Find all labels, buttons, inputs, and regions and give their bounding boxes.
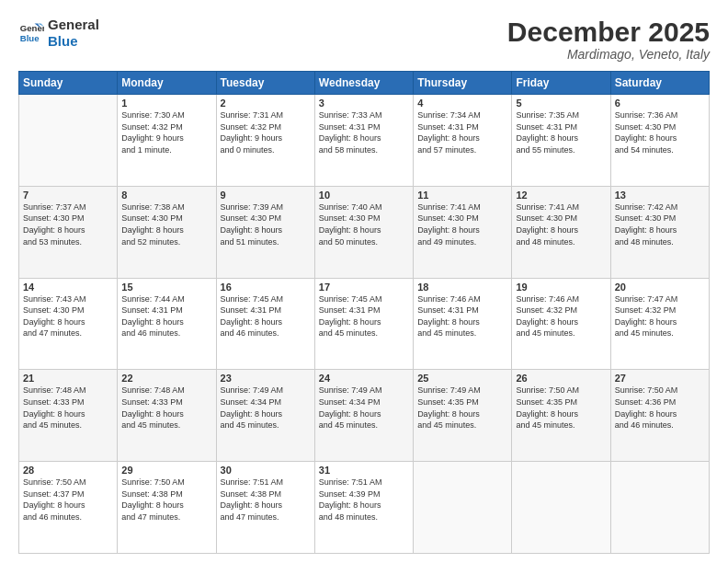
logo: General Blue General Blue: [18, 17, 99, 50]
day-info: Sunrise: 7:47 AM Sunset: 4:32 PM Dayligh…: [615, 293, 705, 339]
calendar-cell: 18Sunrise: 7:46 AM Sunset: 4:31 PM Dayli…: [414, 278, 512, 370]
day-number: 19: [516, 282, 606, 293]
calendar-cell: 4Sunrise: 7:34 AM Sunset: 4:31 PM Daylig…: [414, 95, 512, 187]
calendar-cell: 19Sunrise: 7:46 AM Sunset: 4:32 PM Dayli…: [512, 278, 610, 370]
day-info: Sunrise: 7:51 AM Sunset: 4:39 PM Dayligh…: [319, 477, 409, 523]
calendar-cell: [19, 95, 118, 187]
day-info: Sunrise: 7:41 AM Sunset: 4:30 PM Dayligh…: [417, 201, 507, 247]
weekday-header-monday: Monday: [118, 72, 216, 95]
day-info: Sunrise: 7:37 AM Sunset: 4:30 PM Dayligh…: [23, 201, 113, 247]
day-number: 14: [23, 282, 113, 293]
calendar-cell: 28Sunrise: 7:50 AM Sunset: 4:37 PM Dayli…: [19, 462, 118, 554]
calendar-cell: 17Sunrise: 7:45 AM Sunset: 4:31 PM Dayli…: [314, 278, 413, 370]
calendar-cell: 14Sunrise: 7:43 AM Sunset: 4:30 PM Dayli…: [19, 278, 118, 370]
day-number: 24: [319, 373, 409, 384]
day-info: Sunrise: 7:33 AM Sunset: 4:31 PM Dayligh…: [319, 109, 409, 155]
day-number: 18: [417, 282, 507, 293]
day-number: 22: [121, 373, 211, 384]
calendar-cell: 27Sunrise: 7:50 AM Sunset: 4:36 PM Dayli…: [610, 370, 709, 462]
title-block: December 2025 Mardimago, Veneto, Italy: [507, 17, 710, 62]
calendar-week-4: 21Sunrise: 7:48 AM Sunset: 4:33 PM Dayli…: [19, 370, 710, 462]
day-number: 4: [417, 98, 507, 109]
day-number: 8: [121, 190, 211, 201]
day-number: 5: [516, 98, 606, 109]
day-info: Sunrise: 7:50 AM Sunset: 4:38 PM Dayligh…: [121, 477, 211, 523]
calendar-cell: 8Sunrise: 7:38 AM Sunset: 4:30 PM Daylig…: [118, 186, 216, 278]
calendar-cell: 5Sunrise: 7:35 AM Sunset: 4:31 PM Daylig…: [512, 95, 610, 187]
day-info: Sunrise: 7:39 AM Sunset: 4:30 PM Dayligh…: [221, 201, 311, 247]
day-number: 6: [615, 98, 705, 109]
day-number: 13: [615, 190, 705, 201]
day-info: Sunrise: 7:50 AM Sunset: 4:36 PM Dayligh…: [615, 385, 705, 431]
day-number: 29: [121, 465, 211, 476]
day-info: Sunrise: 7:35 AM Sunset: 4:31 PM Dayligh…: [516, 109, 606, 155]
weekday-header-tuesday: Tuesday: [216, 72, 314, 95]
calendar-cell: 1Sunrise: 7:30 AM Sunset: 4:32 PM Daylig…: [118, 95, 216, 187]
calendar-cell: [414, 462, 512, 554]
day-info: Sunrise: 7:40 AM Sunset: 4:30 PM Dayligh…: [319, 201, 409, 247]
day-info: Sunrise: 7:49 AM Sunset: 4:35 PM Dayligh…: [417, 385, 507, 431]
day-number: 31: [319, 465, 409, 476]
calendar-cell: 2Sunrise: 7:31 AM Sunset: 4:32 PM Daylig…: [216, 95, 314, 187]
day-info: Sunrise: 7:31 AM Sunset: 4:32 PM Dayligh…: [221, 109, 311, 155]
day-info: Sunrise: 7:45 AM Sunset: 4:31 PM Dayligh…: [221, 293, 311, 339]
day-number: 12: [516, 190, 606, 201]
day-info: Sunrise: 7:34 AM Sunset: 4:31 PM Dayligh…: [417, 109, 507, 155]
day-number: 20: [615, 282, 705, 293]
logo-blue: Blue: [48, 33, 99, 50]
weekday-header-saturday: Saturday: [610, 72, 709, 95]
calendar-cell: 23Sunrise: 7:49 AM Sunset: 4:34 PM Dayli…: [216, 370, 314, 462]
calendar-cell: 29Sunrise: 7:50 AM Sunset: 4:38 PM Dayli…: [118, 462, 216, 554]
day-info: Sunrise: 7:45 AM Sunset: 4:31 PM Dayligh…: [319, 293, 409, 339]
day-number: 7: [23, 190, 113, 201]
day-number: 26: [516, 373, 606, 384]
day-info: Sunrise: 7:46 AM Sunset: 4:32 PM Dayligh…: [516, 293, 606, 339]
day-info: Sunrise: 7:48 AM Sunset: 4:33 PM Dayligh…: [23, 385, 113, 431]
day-number: 28: [23, 465, 113, 476]
day-info: Sunrise: 7:36 AM Sunset: 4:30 PM Dayligh…: [615, 109, 705, 155]
day-number: 11: [417, 190, 507, 201]
calendar-cell: 31Sunrise: 7:51 AM Sunset: 4:39 PM Dayli…: [314, 462, 413, 554]
calendar-cell: 24Sunrise: 7:49 AM Sunset: 4:34 PM Dayli…: [314, 370, 413, 462]
day-info: Sunrise: 7:48 AM Sunset: 4:33 PM Dayligh…: [121, 385, 211, 431]
calendar-cell: 13Sunrise: 7:42 AM Sunset: 4:30 PM Dayli…: [610, 186, 709, 278]
day-info: Sunrise: 7:50 AM Sunset: 4:35 PM Dayligh…: [516, 385, 606, 431]
day-info: Sunrise: 7:38 AM Sunset: 4:30 PM Dayligh…: [121, 201, 211, 247]
calendar-cell: 26Sunrise: 7:50 AM Sunset: 4:35 PM Dayli…: [512, 370, 610, 462]
header: General Blue General Blue December 2025 …: [18, 17, 710, 62]
calendar-week-1: 1Sunrise: 7:30 AM Sunset: 4:32 PM Daylig…: [19, 95, 710, 187]
day-number: 2: [221, 98, 311, 109]
calendar-cell: [512, 462, 610, 554]
day-number: 10: [319, 190, 409, 201]
weekday-header-sunday: Sunday: [19, 72, 118, 95]
calendar-cell: 16Sunrise: 7:45 AM Sunset: 4:31 PM Dayli…: [216, 278, 314, 370]
day-number: 27: [615, 373, 705, 384]
calendar-week-3: 14Sunrise: 7:43 AM Sunset: 4:30 PM Dayli…: [19, 278, 710, 370]
calendar-cell: 10Sunrise: 7:40 AM Sunset: 4:30 PM Dayli…: [314, 186, 413, 278]
calendar-cell: 12Sunrise: 7:41 AM Sunset: 4:30 PM Dayli…: [512, 186, 610, 278]
calendar-cell: 6Sunrise: 7:36 AM Sunset: 4:30 PM Daylig…: [610, 95, 709, 187]
day-number: 1: [121, 98, 211, 109]
day-info: Sunrise: 7:46 AM Sunset: 4:31 PM Dayligh…: [417, 293, 507, 339]
weekday-header-row: SundayMondayTuesdayWednesdayThursdayFrid…: [19, 72, 710, 95]
calendar-cell: 3Sunrise: 7:33 AM Sunset: 4:31 PM Daylig…: [314, 95, 413, 187]
calendar-cell: 22Sunrise: 7:48 AM Sunset: 4:33 PM Dayli…: [118, 370, 216, 462]
calendar-cell: [610, 462, 709, 554]
svg-text:Blue: Blue: [20, 33, 40, 43]
day-number: 9: [221, 190, 311, 201]
calendar-cell: 7Sunrise: 7:37 AM Sunset: 4:30 PM Daylig…: [19, 186, 118, 278]
day-number: 21: [23, 373, 113, 384]
day-number: 3: [319, 98, 409, 109]
weekday-header-friday: Friday: [512, 72, 610, 95]
page: General Blue General Blue December 2025 …: [0, 0, 728, 563]
day-number: 17: [319, 282, 409, 293]
location: Mardimago, Veneto, Italy: [507, 47, 710, 62]
day-number: 23: [221, 373, 311, 384]
day-number: 25: [417, 373, 507, 384]
calendar-table: SundayMondayTuesdayWednesdayThursdayFrid…: [18, 71, 710, 554]
calendar-cell: 21Sunrise: 7:48 AM Sunset: 4:33 PM Dayli…: [19, 370, 118, 462]
calendar-cell: 20Sunrise: 7:47 AM Sunset: 4:32 PM Dayli…: [610, 278, 709, 370]
day-info: Sunrise: 7:41 AM Sunset: 4:30 PM Dayligh…: [516, 201, 606, 247]
day-number: 15: [121, 282, 211, 293]
calendar-cell: 11Sunrise: 7:41 AM Sunset: 4:30 PM Dayli…: [414, 186, 512, 278]
